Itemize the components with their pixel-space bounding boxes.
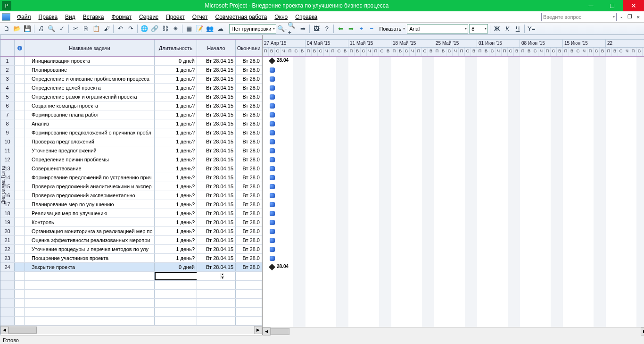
gantt-hscroll[interactable]: ◀ ▶ [263,327,644,335]
undo-icon[interactable]: ↶ [116,24,125,34]
task-name-cell[interactable]: Проверка предложений аналитическими и эк… [25,182,155,191]
task-name-cell[interactable]: Реализация мер по улучшению [25,209,155,218]
duration-cell[interactable]: 1 день? [155,245,197,253]
start-cell[interactable]: Вт 28.04.15 [197,146,236,155]
start-cell[interactable]: Вт 28.04.15 [197,75,236,83]
start-cell[interactable]: Вт 28.04.15 [197,101,236,110]
indicator-cell[interactable] [15,263,25,271]
duration-cell[interactable]: 1 день? [155,236,197,244]
menu-format[interactable]: Формат [107,13,135,21]
start-cell[interactable]: Вт 28.04.15 [197,254,236,262]
gantt-scroll-left-icon[interactable]: ◀ [263,327,271,336]
open-icon[interactable]: 📂 [12,24,22,34]
end-cell[interactable]: Вт 28.0 [236,101,262,110]
task-name-cell[interactable]: Проверка предположений [25,137,155,146]
end-cell[interactable]: Вт 28.0 [236,110,262,119]
table-row[interactable]: 12 Определение причин проблемы 1 день? В… [0,155,262,164]
unlink-icon[interactable]: ⛓ [160,24,170,34]
end-cell[interactable]: Вт 28.0 [236,119,262,128]
table-row[interactable]: 15 Проверка предложений аналитическими и… [0,182,262,191]
table-row[interactable]: 2 Планирование 1 день? Вт 28.04.15 Вт 28… [0,66,262,75]
duration-cell[interactable]: 1 день? [155,182,197,191]
table-row[interactable]: 21 Оценка эффективности реализованных ме… [0,236,262,245]
task-name-cell[interactable]: Планирование [25,66,155,74]
task-name-cell[interactable]: Оценка эффективности реализованных мероп… [25,236,155,244]
duration-cell[interactable]: 1 день? [155,92,197,101]
duration-cell[interactable]: 1 день? [155,119,197,128]
gantt-bar[interactable] [270,139,275,144]
task-name-cell[interactable]: Совершенствование [25,164,155,173]
bold-icon[interactable]: Ж [492,24,502,34]
hide-subtasks-icon[interactable]: − [367,24,376,34]
indicator-cell[interactable] [15,173,25,182]
start-cell[interactable]: Вт 28.04.15 [197,128,236,137]
copy-picture-icon[interactable]: 🖼 [312,24,321,34]
table-row[interactable]: 7 Формирование плана работ 1 день? Вт 28… [0,110,262,119]
task-name-cell[interactable]: Определение причин проблемы [25,155,155,164]
duration-cell[interactable]: 1 день? [155,227,197,235]
maximize-button[interactable]: □ [602,0,623,11]
gantt-bar[interactable] [270,247,275,252]
task-name-cell[interactable]: Анализ [25,119,155,128]
new-icon[interactable]: 🗋 [2,24,11,34]
table-row[interactable]: 8 Анализ 1 день? Вт 28.04.15 Вт 28.0 [0,119,262,128]
table-row[interactable]: 24 Закрытие проекта 0 дней Вт 28.04.15 В… [0,263,262,272]
header-duration[interactable]: Длительность [155,40,197,56]
indicator-cell[interactable] [15,236,25,244]
start-cell[interactable]: Вт 28.04.15 [197,119,236,128]
gantt-bar[interactable] [270,148,275,153]
table-row[interactable]: 1 Инициализация проекта 0 дней Вт 28.04.… [0,57,262,66]
indicator-cell[interactable] [15,137,25,146]
end-cell[interactable]: Вт 28.0 [236,209,262,218]
start-cell[interactable]: Вт 28.04.15 [197,155,236,164]
start-cell[interactable]: Вт 28.04.15 [197,200,236,209]
end-cell[interactable]: Вт 28.0 [236,254,262,262]
end-cell[interactable]: Вт 28.0 [236,84,262,92]
task-name-cell[interactable]: Формирование предложений по устранению п… [25,173,155,182]
gantt-scroll-right-icon[interactable]: ▶ [641,327,644,336]
task-name-cell[interactable]: Поощрение участников проекта [25,254,155,262]
indicator-cell[interactable] [15,119,25,128]
task-name-cell[interactable]: Определение целей проекта [25,84,155,92]
duration-cell[interactable]: 1 день? [155,173,197,182]
duration-cell[interactable]: 1 день? [155,200,197,209]
table-row[interactable]: 3 Определение и описание проблемного про… [0,75,262,84]
print-icon[interactable]: 🖨 [36,24,46,34]
publish-icon[interactable]: ☁ [215,24,225,34]
end-cell[interactable]: Вт 28.0 [236,245,262,253]
end-cell[interactable]: Вт 28.0 [236,75,262,83]
indicator-cell[interactable] [15,164,25,173]
gantt-bar[interactable] [270,103,275,109]
duration-spinner-input[interactable] [156,273,221,279]
indicator-cell[interactable] [15,128,25,137]
task-name-cell[interactable]: Создание команды проекта [25,101,155,110]
gantt-bar[interactable] [270,256,275,261]
menu-insert[interactable]: Вставка [79,13,108,21]
row-number[interactable]: 24 [0,263,15,271]
gantt-bar[interactable] [270,175,275,180]
milestone-icon[interactable] [269,58,275,64]
duration-cell[interactable]: 1 день? [155,75,197,83]
spinner-down-icon[interactable]: ▼ [221,276,224,280]
header-end[interactable]: Окончани [236,40,262,56]
indicator-cell[interactable] [15,245,25,253]
table-row[interactable]: 20 Организация мониторинга за реализацие… [0,227,262,236]
menu-file[interactable]: Файл [13,13,35,21]
scroll-right-icon[interactable]: ▶ [254,326,262,334]
show-subtasks-icon[interactable]: + [356,24,366,34]
indent-icon[interactable]: ➡ [346,24,355,34]
end-cell[interactable]: Вт 28.0 [236,200,262,209]
start-cell[interactable]: Вт 28.04.15 [197,57,236,65]
gantt-bar[interactable] [270,157,275,162]
header-task-name[interactable]: Название задачи [25,40,155,56]
row-number[interactable]: 8 [0,119,15,128]
task-name-cell[interactable]: Проверка предложений экспериментально [25,191,155,200]
task-name-cell[interactable]: Определение рамок и ограничений проекта [25,92,155,101]
row-number[interactable]: 5 [0,92,15,101]
task-name-cell[interactable]: Инициализация проекта [25,57,155,65]
mdi-minimize-button[interactable]: - [618,13,625,21]
end-cell[interactable]: Вт 28.0 [236,191,262,200]
task-name-cell[interactable]: Формирование плана работ [25,110,155,119]
indicator-cell[interactable] [15,182,25,191]
row-number[interactable]: 21 [0,236,15,244]
